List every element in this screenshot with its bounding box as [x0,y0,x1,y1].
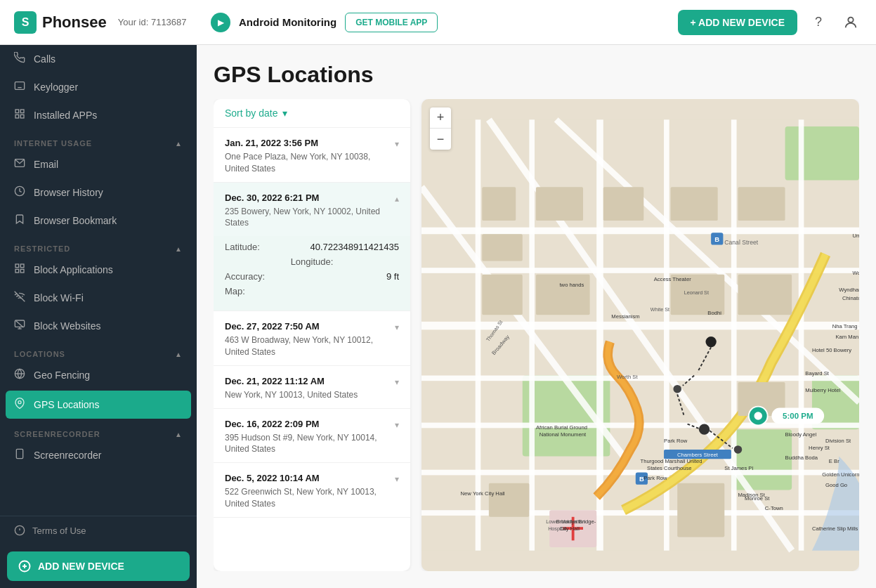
svg-rect-44 [731,119,737,550]
location-address-4: New York, NY 10013, United States [225,389,395,401]
location-entry-3[interactable]: Dec. 27, 2022 7:50 AM 463 W Broadway, Ne… [214,311,410,366]
sidebar-item-block-websites[interactable]: Block Websites [0,312,197,340]
svg-text:Madison St: Madison St [738,492,765,498]
terms-of-use-link[interactable]: Terms of Use [0,516,197,544]
svg-rect-50 [482,187,516,221]
sidebar-add-device-button[interactable]: ADD NEW DEVICE [7,551,190,581]
sidebar-item-block-applications[interactable]: Block Applications [0,256,197,284]
app-logo-icon: S [14,11,37,34]
header-center: ▶ Android Monitoring GET MOBILE APP [211,13,678,32]
block-websites-label: Block Websites [34,320,100,332]
add-new-device-button[interactable]: + ADD NEW DEVICE [678,10,797,35]
svg-rect-61 [677,483,724,537]
svg-text:Leonard St: Leonard St [684,290,709,296]
section-screenrecorder: SCREENRECORDER ▲ [0,420,197,441]
svg-point-117 [673,385,681,393]
svg-text:National Monument: National Monument [540,431,587,438]
location-date-5: Dec. 16, 2022 2:09 PM [225,419,395,429]
page-title: GPS Locations [214,62,859,88]
location-entry-4[interactable]: Dec. 21, 2022 11:12 AM New York, NY 1001… [214,366,410,409]
svg-rect-51 [536,187,583,221]
svg-point-126 [754,412,762,420]
svg-text:5:00 PM: 5:00 PM [783,412,813,420]
sidebar-item-geo-fencing[interactable]: Geo Fencing [0,361,197,389]
svg-point-118 [699,424,710,435]
svg-point-19 [18,401,21,404]
user-account-icon[interactable] [839,11,862,34]
sidebar-item-screenrecorder[interactable]: Screenrecorder [0,441,197,469]
svg-text:Wyndham Gard: Wyndham Gard [839,287,859,293]
browser-bookmark-label: Browser Bookmark [34,215,117,226]
location-chevron-4: ▾ [395,377,399,387]
svg-rect-8 [15,264,19,268]
svg-point-0 [848,17,853,22]
svg-text:Park Row: Park Row [643,475,667,481]
svg-rect-2 [15,110,19,113]
location-address-1: One Pace Plaza, New York, NY 10038, Unit… [225,151,395,175]
location-address-6: 522 Greenwich St, New York, NY 10013, Un… [225,486,395,510]
location-entry-6[interactable]: Dec. 5, 2022 10:14 AM 522 Greenwich St, … [214,463,410,518]
svg-text:Thurgood Marshall United: Thurgood Marshall United [641,458,702,464]
svg-rect-33 [421,228,859,235]
sidebar-item-block-wifi[interactable]: Block Wi-Fi [0,284,197,312]
get-mobile-button[interactable]: GET MOBILE APP [345,13,438,32]
svg-rect-20 [16,449,22,458]
email-icon [14,157,25,171]
map-svg: B B Canal Street Umberto's Clam House Wo… [421,99,859,571]
zoom-in-button[interactable]: + [430,107,451,129]
svg-text:Kam Man: Kam Man [835,334,858,340]
block-websites-icon [14,319,25,333]
location-address-3: 463 W Broadway, New York, NY 10012, Unit… [225,334,395,358]
user-id-label: Your id: 7113687 [118,17,187,27]
svg-text:Hotel 50 Bowery: Hotel 50 Bowery [812,347,851,353]
location-address-5: 395 Hudson St #9, New York, NY 10014, Un… [225,432,395,456]
svg-text:C-Town: C-Town [765,505,783,511]
section-restricted: RESTRICTED ▲ [0,235,197,256]
svg-text:New York City Hall: New York City Hall [461,490,505,497]
location-chevron-2: ▴ [395,194,399,204]
screenrecorder-chevron: ▲ [175,431,183,438]
svg-text:Bodhi: Bodhi [707,310,721,316]
sort-bar[interactable]: Sort by date ▾ [214,99,410,128]
zoom-out-button[interactable]: − [430,129,451,150]
block-wifi-icon [14,291,25,305]
gps-locations-label: GPS Locations [34,399,99,410]
location-entry-2[interactable]: Dec. 30, 2022 6:21 PM 235 Bowery, New Yo… [214,183,410,312]
sidebar-item-email[interactable]: Email [0,150,197,178]
svg-rect-11 [20,269,24,273]
location-date-1: Jan. 21, 2022 3:56 PM [225,138,395,148]
svg-text:World Hot: World Hot [852,270,859,276]
location-chevron-1: ▾ [395,139,399,149]
main-content: GPS Locations Sort by date ▾ Jan. 21, 20… [197,45,876,588]
svg-rect-3 [20,110,24,113]
sidebar-item-gps-locations[interactable]: GPS Locations [6,391,191,419]
locations-chevron: ▲ [175,351,183,358]
internet-usage-chevron: ▲ [175,140,183,148]
terms-label: Terms of Use [32,525,86,536]
svg-rect-40 [476,119,481,550]
location-entry-5[interactable]: Dec. 16, 2022 2:09 PM 395 Hudson St #9, … [214,409,410,464]
sidebar-item-installed-apps[interactable]: Installed APPs [0,101,197,129]
svg-rect-45 [799,119,804,550]
svg-text:Chinatown: Chinatown [842,295,859,301]
section-locations: LOCATIONS ▲ [0,340,197,361]
help-icon[interactable]: ? [807,11,830,34]
map-area: B B Canal Street Umberto's Clam House Wo… [421,99,859,571]
svg-text:Canal Street: Canal Street [724,239,758,246]
svg-text:States Courthouse: States Courthouse [647,465,691,471]
svg-text:Nha Trang One: Nha Trang One [832,323,859,329]
sidebar-item-browser-history[interactable]: Browser History [0,178,197,207]
svg-rect-5 [20,115,24,118]
location-chevron-6: ▾ [395,474,399,484]
location-date-6: Dec. 5, 2022 10:14 AM [225,473,395,483]
calls-label: Calls [34,53,55,65]
svg-text:Golden Unicorn: Golden Unicorn [822,471,859,478]
sidebar-item-calls[interactable]: Calls [0,45,197,73]
block-wifi-label: Block Wi-Fi [34,292,84,303]
sidebar-item-browser-bookmark[interactable]: Browser Bookmark [0,207,197,235]
location-entry-1[interactable]: Jan. 21, 2022 3:56 PM One Pace Plaza, Ne… [214,128,410,183]
sidebar-item-keylogger[interactable]: Keylogger [0,73,197,101]
location-date-2: Dec. 30, 2022 6:21 PM [225,192,395,203]
location-date-3: Dec. 27, 2022 7:50 AM [225,321,395,332]
location-chevron-5: ▾ [395,420,399,430]
